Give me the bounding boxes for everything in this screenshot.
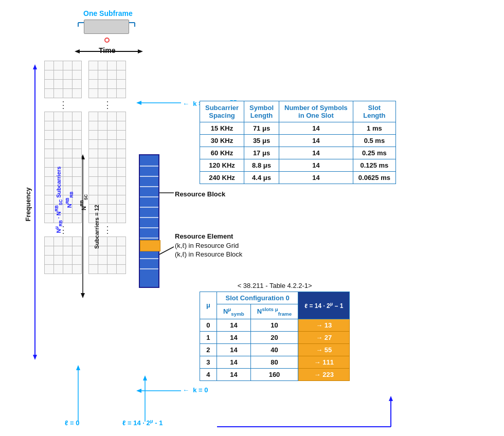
col-nframe: Nslots μframe xyxy=(250,304,298,319)
k-zero-label: ← k = 0 xyxy=(183,386,208,394)
table-row: 30 KHz 35 μs 14 0.5 ms xyxy=(200,135,396,147)
table-row: 0 14 10 → 13 xyxy=(200,319,350,331)
svg-marker-7 xyxy=(138,49,143,53)
re-kl-block: (k,ℓ) in Resource Block xyxy=(175,250,242,258)
table-row: 1 14 20 → 27 xyxy=(200,331,350,343)
svg-marker-6 xyxy=(75,49,80,53)
svg-marker-13 xyxy=(81,293,85,298)
slot-config-header: Slot Configuration 0 xyxy=(217,292,298,304)
svg-marker-28 xyxy=(389,396,393,401)
svg-marker-15 xyxy=(136,101,141,105)
resource-element-label: Resource Element xyxy=(175,232,242,240)
time-label: Time xyxy=(99,46,115,55)
svg-marker-19 xyxy=(76,365,80,370)
formula-header: ℓ = 14 · 2μ – 1 xyxy=(298,292,350,319)
subcarriers-12-label: Subcarriers = 12 xyxy=(94,205,100,249)
table-row: 120 KHz 8.8 μs 14 0.125 ms xyxy=(200,159,396,172)
table-row: 60 KHz 17 μs 14 0.25 ms xyxy=(200,147,396,159)
col-mu: μ xyxy=(200,292,217,319)
col-symbol-length: SymbolLength xyxy=(244,101,279,122)
l-max-bottom-label: ℓ = 14 · 2μ - 1 xyxy=(122,418,163,427)
subframe-dot xyxy=(104,38,110,43)
svg-marker-21 xyxy=(143,375,147,380)
table-row: 2 14 40 → 55 xyxy=(200,343,350,356)
table-row: 4 14 160 → 223 xyxy=(200,368,350,380)
resource-element-section: Resource Element (k,ℓ) in Resource Grid … xyxy=(175,232,242,258)
table-row: 15 KHz 71 μs 14 1 ms xyxy=(200,122,396,135)
col-slot-length: SlotLength xyxy=(353,101,395,122)
table-row: 240 KHz 4.4 μs 14 0.0625 ms xyxy=(200,172,396,184)
l-zero-label: ℓ = 0 xyxy=(65,419,79,427)
nrb-inner-label: NRBSC xyxy=(80,194,88,210)
main-container: One Subframe Time ⋮ ⋮ xyxy=(0,0,504,436)
re-kl-grid: (k,ℓ) in Resource Grid xyxy=(175,242,242,249)
top-table: SubcarrierSpacing SymbolLength Number of… xyxy=(200,101,396,184)
frequency-label: Frequency xyxy=(24,188,32,222)
col-num-symbols: Number of Symbolsin One Slot xyxy=(279,101,353,122)
bottom-table: μ Slot Configuration 0 ℓ = 14 · 2μ – 1 N… xyxy=(200,292,350,381)
col-subcarrier-spacing: SubcarrierSpacing xyxy=(200,101,244,122)
nrb-outer-label: NRBRB xyxy=(65,192,74,208)
col-nsymb: Nμsymb xyxy=(217,304,250,319)
table-row: 3 14 80 → 111 xyxy=(200,356,350,368)
bottom-table-section: < 38.211 - Table 4.2.2-1> μ Slot Configu… xyxy=(200,282,350,381)
resource-block xyxy=(139,154,159,288)
subframe-rect xyxy=(84,20,129,34)
subcarriers-main-label: NμRB · NRBSC Subcarriers xyxy=(55,167,63,233)
svg-marker-9 xyxy=(33,64,37,69)
resource-block-label: Resource Block xyxy=(175,190,225,198)
subframe-label: One Subframe xyxy=(83,9,133,17)
svg-marker-10 xyxy=(33,355,37,360)
bottom-ref: < 38.211 - Table 4.2.2-1> xyxy=(200,282,350,289)
svg-marker-17 xyxy=(136,389,141,393)
